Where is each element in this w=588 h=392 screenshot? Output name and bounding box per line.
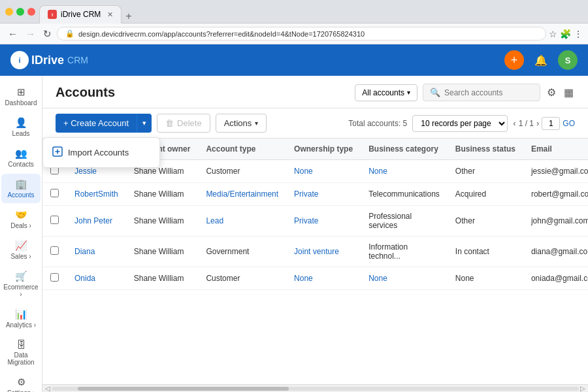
row-name[interactable]: RobertSmith xyxy=(67,183,126,206)
page-prev-button[interactable]: ‹ xyxy=(513,118,515,128)
row-status: Other xyxy=(448,160,523,183)
row-name[interactable]: John Peter xyxy=(67,206,126,237)
tab-bar: i iDrive CRM ✕ + xyxy=(39,0,135,24)
sidebar-label-ecommerce: Ecommerce › xyxy=(3,284,38,298)
table-row: Onida Shane William Customer None None N… xyxy=(42,267,588,290)
win-minimize[interactable] xyxy=(5,8,13,16)
sidebar-item-ecommerce[interactable]: 🛒 Ecommerce › xyxy=(1,266,41,302)
sidebar-item-settings[interactable]: ⚙ Settings › xyxy=(1,372,41,392)
row-ownership: Private xyxy=(286,183,361,206)
page-info: 1 / 1 xyxy=(519,119,534,128)
tab-favicon: i xyxy=(48,10,57,19)
nav-refresh-button[interactable]: ↻ xyxy=(41,27,54,41)
sidebar-label-leads: Leads xyxy=(12,130,29,137)
header-controls: All accounts ▾ 🔍 ⚙ ▦ xyxy=(355,84,575,101)
sidebar-item-deals[interactable]: 🤝 Deals › xyxy=(1,204,41,234)
create-account-arrow-button[interactable]: ▾ xyxy=(137,114,152,133)
records-per-page-select[interactable]: 10 records per page xyxy=(412,115,508,132)
scroll-right-arrow[interactable]: ▷ xyxy=(579,385,587,392)
table-container: Account Account owner Account type Owner… xyxy=(42,139,588,384)
total-label: Total accounts: 5 xyxy=(348,119,407,128)
row-checkbox[interactable] xyxy=(50,216,59,224)
content-area: Accounts All accounts ▾ 🔍 ⚙ ▦ xyxy=(42,76,588,392)
tab-close-icon[interactable]: ✕ xyxy=(107,10,113,19)
delete-label: Delete xyxy=(177,118,202,128)
table-row: John Peter Shane William Lead Private Pr… xyxy=(42,206,588,237)
col-email: Email xyxy=(523,139,588,160)
win-close[interactable] xyxy=(27,8,35,16)
browser-menu-icon[interactable]: ⋮ xyxy=(574,29,583,39)
horizontal-scrollbar[interactable]: ◁ ▷ xyxy=(42,384,588,392)
row-email: jessie@gmail.com xyxy=(523,160,588,183)
search-input[interactable] xyxy=(444,88,523,97)
row-type: Government xyxy=(198,237,286,267)
col-type: Account type xyxy=(198,139,286,160)
row-category: Information technol... xyxy=(361,237,448,267)
col-status: Business status xyxy=(448,139,523,160)
page-number-input[interactable] xyxy=(542,117,560,130)
toolbar: + Create Account ▾ 🗑 Delete Actions ▾ To… xyxy=(42,108,588,139)
scroll-thumb[interactable] xyxy=(78,387,289,391)
brand: i IDrive CRM xyxy=(10,51,88,69)
page-title: Accounts xyxy=(56,85,347,100)
page-header: Accounts All accounts ▾ 🔍 ⚙ ▦ xyxy=(42,76,588,108)
browser-chrome: i iDrive CRM ✕ + xyxy=(0,0,588,24)
row-category: Telecommunications xyxy=(361,183,448,206)
search-box[interactable]: 🔍 xyxy=(423,84,540,101)
address-bar[interactable]: 🔒 design.devicdrivecrm.com/app/accounts?… xyxy=(57,27,546,41)
win-maximize[interactable] xyxy=(16,8,24,16)
active-tab[interactable]: i iDrive CRM ✕ xyxy=(39,5,122,24)
row-email: oniada@gmail.com xyxy=(523,267,588,290)
row-checkbox[interactable] xyxy=(50,246,59,255)
sidebar-item-leads[interactable]: 👤 Leads xyxy=(1,112,41,142)
row-name[interactable]: Onida xyxy=(67,267,126,290)
row-checkbox-cell xyxy=(42,206,67,237)
row-type: Lead xyxy=(198,206,286,237)
import-accounts-item[interactable]: Import Accounts xyxy=(43,140,159,165)
ecommerce-icon: 🛒 xyxy=(15,270,27,282)
sidebar-item-analytics[interactable]: 📊 Analytics › xyxy=(1,304,41,333)
sidebar-label-contacts: Contacts xyxy=(8,161,33,168)
add-button[interactable]: + xyxy=(504,50,524,70)
go-button[interactable]: GO xyxy=(563,119,575,128)
page-title-row: Accounts All accounts ▾ 🔍 ⚙ ▦ xyxy=(56,84,575,101)
row-owner: Shane William xyxy=(126,267,199,290)
delete-button[interactable]: 🗑 Delete xyxy=(157,114,210,133)
filter-button[interactable]: ⚙ xyxy=(546,85,557,100)
row-category: Professional services xyxy=(361,206,448,237)
row-checkbox-cell xyxy=(42,183,67,206)
grid-view-button[interactable]: ▦ xyxy=(563,85,575,100)
create-account-button[interactable]: + Create Account xyxy=(56,114,137,133)
sidebar-item-data-migration[interactable]: 🗄 Data Migration xyxy=(1,335,41,370)
sidebar-item-contacts[interactable]: 👥 Contacts xyxy=(1,143,41,172)
new-tab-button[interactable]: + xyxy=(123,10,134,22)
bookmarks-icon[interactable]: ☆ xyxy=(549,29,557,39)
leads-icon: 👤 xyxy=(15,117,27,129)
sidebar-item-sales[interactable]: 📈 Sales › xyxy=(1,235,41,265)
sidebar: ⊞ Dashboard 👤 Leads 👥 Contacts 🏢 Account… xyxy=(0,76,42,392)
all-accounts-button[interactable]: All accounts ▾ xyxy=(355,84,417,101)
scroll-left-arrow[interactable]: ◁ xyxy=(44,385,52,392)
nav-forward-button[interactable]: → xyxy=(23,27,38,41)
row-ownership: None xyxy=(286,160,361,183)
row-name[interactable]: Diana xyxy=(67,237,126,267)
row-owner: Shane William xyxy=(126,206,199,237)
row-owner: Shane William xyxy=(126,237,199,267)
sidebar-item-dashboard[interactable]: ⊞ Dashboard xyxy=(1,82,41,111)
row-checkbox[interactable] xyxy=(50,273,59,282)
row-email: diana@gmail.com xyxy=(523,237,588,267)
extensions-icon[interactable]: 🧩 xyxy=(560,29,571,39)
sidebar-item-accounts[interactable]: 🏢 Accounts xyxy=(1,174,41,203)
nav-back-button[interactable]: ← xyxy=(5,27,20,41)
row-category: None xyxy=(361,160,448,183)
row-checkbox[interactable] xyxy=(50,189,59,197)
scroll-track[interactable] xyxy=(52,387,579,391)
create-account-label: + Create Account xyxy=(63,118,129,128)
page-next-button[interactable]: › xyxy=(536,118,539,128)
user-avatar[interactable]: S xyxy=(558,50,578,70)
search-icon: 🔍 xyxy=(430,88,440,97)
notification-button[interactable]: 🔔 xyxy=(532,52,550,69)
row-ownership: Joint venture xyxy=(286,237,361,267)
data-migration-icon: 🗄 xyxy=(16,339,26,350)
actions-button[interactable]: Actions ▾ xyxy=(216,114,267,133)
